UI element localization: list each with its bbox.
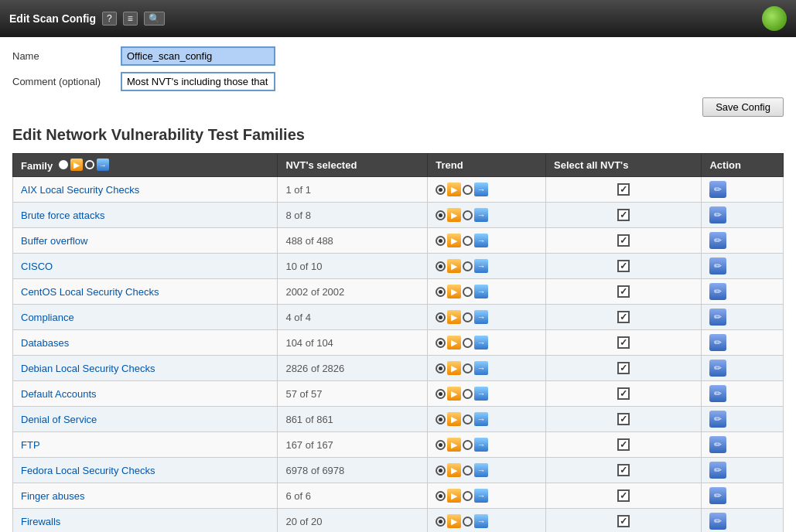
save-config-button[interactable]: Save Config	[702, 97, 784, 117]
family-link[interactable]: CentOS Local Security Checks	[21, 286, 159, 298]
edit-icon[interactable]: ✏	[709, 462, 726, 479]
trend-btn-orange[interactable]: ▶	[447, 234, 461, 247]
edit-icon[interactable]: ✏	[709, 513, 726, 530]
select-all-checkbox[interactable]	[617, 285, 630, 298]
edit-icon[interactable]: ✏	[709, 232, 726, 249]
family-link[interactable]: Finger abuses	[21, 490, 84, 502]
trend-btn-blue[interactable]: →	[474, 234, 488, 247]
trend-radio-filled[interactable]	[436, 312, 446, 322]
trend-btn-blue[interactable]: →	[474, 285, 488, 298]
trend-btn-orange[interactable]: ▶	[447, 361, 461, 375]
select-all-checkbox[interactable]	[617, 183, 630, 196]
select-all-checkbox[interactable]	[617, 489, 630, 502]
select-all-checkbox[interactable]	[617, 464, 630, 476]
family-link[interactable]: FTP	[21, 439, 40, 451]
trend-radio-empty[interactable]	[463, 440, 473, 450]
select-all-checkbox[interactable]	[617, 234, 630, 247]
family-link[interactable]: Brute force attacks	[21, 210, 104, 221]
trend-btn-orange[interactable]: ▶	[447, 438, 461, 452]
select-all-checkbox[interactable]	[617, 209, 630, 221]
help-icon[interactable]: ?	[102, 12, 117, 26]
trend-btn-blue[interactable]: →	[474, 387, 488, 401]
family-link[interactable]: Databases	[21, 337, 69, 349]
trend-radio-filled[interactable]	[436, 261, 446, 271]
trend-radio-filled[interactable]	[436, 389, 446, 399]
trend-radio-filled[interactable]	[436, 414, 446, 425]
family-radio-empty[interactable]	[85, 160, 94, 169]
name-input[interactable]	[121, 46, 275, 66]
trend-btn-blue[interactable]: →	[474, 182, 488, 196]
family-link[interactable]: Firewalls	[21, 516, 60, 527]
trend-btn-blue[interactable]: →	[474, 514, 488, 528]
family-btn-blue[interactable]: →	[97, 159, 109, 171]
trend-radio-empty[interactable]	[463, 517, 473, 527]
family-link[interactable]: Default Accounts	[21, 388, 97, 400]
trend-radio-empty[interactable]	[463, 466, 473, 476]
family-link[interactable]: CISCO	[21, 261, 53, 272]
family-btn-orange[interactable]: ▶	[70, 159, 83, 171]
trend-btn-blue[interactable]: →	[474, 412, 488, 426]
trend-radio-filled[interactable]	[436, 236, 446, 246]
trend-radio-empty[interactable]	[463, 312, 473, 322]
trend-btn-orange[interactable]: ▶	[447, 285, 461, 298]
edit-icon[interactable]: ✏	[709, 309, 726, 326]
edit-icon[interactable]: ✏	[709, 411, 726, 428]
list-icon[interactable]: ≡	[123, 12, 138, 26]
trend-btn-blue[interactable]: →	[474, 259, 488, 273]
trend-radio-empty[interactable]	[463, 261, 473, 271]
search-icon[interactable]: 🔍	[144, 12, 165, 26]
trend-radio-filled[interactable]	[436, 185, 446, 195]
trend-radio-filled[interactable]	[436, 363, 446, 373]
trend-radio-filled[interactable]	[436, 338, 446, 348]
trend-btn-orange[interactable]: ▶	[447, 387, 461, 401]
trend-btn-orange[interactable]: ▶	[447, 489, 461, 503]
trend-radio-empty[interactable]	[463, 414, 473, 425]
family-link[interactable]: Denial of Service	[21, 414, 97, 425]
select-all-checkbox[interactable]	[617, 438, 630, 451]
trend-btn-blue[interactable]: →	[474, 336, 488, 350]
edit-icon[interactable]: ✏	[709, 257, 726, 275]
trend-radio-empty[interactable]	[463, 185, 473, 195]
trend-btn-orange[interactable]: ▶	[447, 463, 461, 477]
family-radio-filled[interactable]	[59, 160, 68, 169]
edit-icon[interactable]: ✏	[709, 334, 726, 351]
trend-btn-orange[interactable]: ▶	[447, 310, 461, 324]
trend-radio-empty[interactable]	[463, 287, 473, 297]
trend-radio-filled[interactable]	[436, 440, 446, 450]
trend-radio-empty[interactable]	[463, 363, 473, 373]
select-all-checkbox[interactable]	[617, 362, 630, 374]
edit-icon[interactable]: ✏	[709, 385, 726, 402]
select-all-checkbox[interactable]	[617, 311, 630, 323]
trend-btn-blue[interactable]: →	[474, 438, 488, 452]
trend-radio-empty[interactable]	[463, 210, 473, 220]
family-link[interactable]: AIX Local Security Checks	[21, 184, 139, 196]
trend-btn-blue[interactable]: →	[474, 208, 488, 222]
trend-radio-filled[interactable]	[436, 466, 446, 476]
trend-btn-orange[interactable]: ▶	[447, 208, 461, 222]
trend-btn-orange[interactable]: ▶	[447, 412, 461, 426]
trend-btn-orange[interactable]: ▶	[447, 336, 461, 350]
trend-btn-blue[interactable]: →	[474, 310, 488, 324]
trend-radio-filled[interactable]	[436, 287, 446, 297]
family-link[interactable]: Buffer overflow	[21, 235, 87, 247]
edit-icon[interactable]: ✏	[709, 436, 726, 453]
edit-icon[interactable]: ✏	[709, 360, 726, 377]
trend-radio-filled[interactable]	[436, 210, 446, 220]
select-all-checkbox[interactable]	[617, 515, 630, 527]
edit-icon[interactable]: ✏	[709, 487, 726, 504]
trend-btn-orange[interactable]: ▶	[447, 182, 461, 196]
trend-btn-orange[interactable]: ▶	[447, 259, 461, 273]
trend-btn-orange[interactable]: ▶	[447, 514, 461, 528]
trend-radio-empty[interactable]	[463, 491, 473, 501]
trend-radio-filled[interactable]	[436, 517, 446, 527]
family-link[interactable]: Compliance	[21, 312, 74, 323]
family-link[interactable]: Debian Local Security Checks	[21, 363, 155, 374]
comment-input[interactable]	[121, 72, 275, 91]
trend-radio-filled[interactable]	[436, 491, 446, 501]
select-all-checkbox[interactable]	[617, 413, 630, 425]
trend-btn-blue[interactable]: →	[474, 489, 488, 503]
trend-radio-empty[interactable]	[463, 338, 473, 348]
trend-radio-empty[interactable]	[463, 389, 473, 399]
select-all-checkbox[interactable]	[617, 387, 630, 400]
select-all-checkbox[interactable]	[617, 336, 630, 349]
